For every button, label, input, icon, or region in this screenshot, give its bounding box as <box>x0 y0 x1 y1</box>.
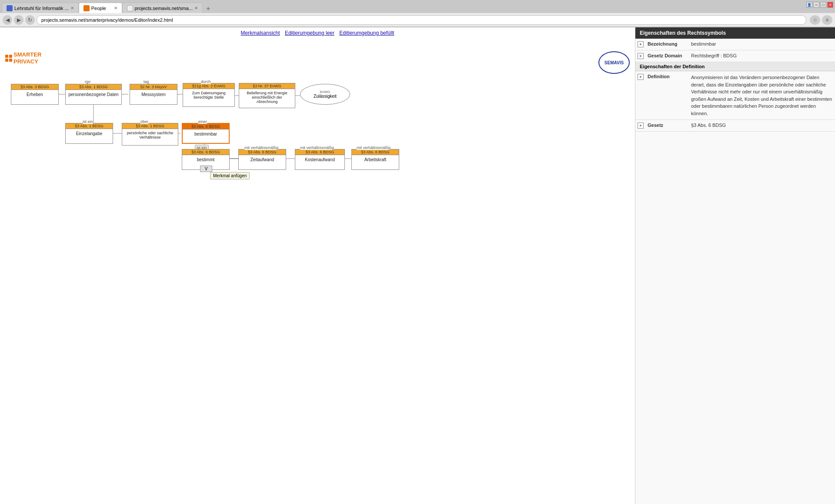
node-header-personenbezog: §3 Abs. 1 BDSG <box>66 84 121 90</box>
panel-header-rechtssymbol: Eigenschaften des Rechtssymbols <box>635 27 835 39</box>
close-button[interactable]: ✕ <box>827 2 833 8</box>
node-body-verhaeltnisse: persönliche oder sachliche Verhältnisse <box>122 129 178 141</box>
tab-favicon-1 <box>7 5 13 11</box>
node-verhaeltnisse[interactable]: §3 Abs. 1 BDSG persönliche oder sachlich… <box>122 123 178 146</box>
edge-label-mitVerh2: mit verhältnismäßig <box>300 146 334 150</box>
back-button[interactable]: ◀ <box>3 15 12 25</box>
minimize-button[interactable]: ─ <box>813 2 819 8</box>
panel-value-gesetzdomain: Rechtsbegriff : BDSG <box>689 52 835 59</box>
tab-lehrstuhl[interactable]: Lehrstuhl für Informatik ... ✕ <box>2 3 79 13</box>
node-body-arbeitskraft: Arbeitskraft <box>352 155 399 164</box>
node-einzelangabe[interactable]: §3 Abs. 1 BDSG Einzelangabe <box>65 123 113 144</box>
main-content: Merkmalsansicht Editierumgebung leer Edi… <box>0 27 835 504</box>
new-tab-button[interactable]: + <box>203 4 214 13</box>
merkmal-tooltip[interactable]: Merkmal anfügen <box>210 172 250 179</box>
node-body-datenumgang: Zum Datenumgang berechtigte Stelle <box>183 89 234 101</box>
tab-label-3: projects.semavis.net/sma... <box>135 6 193 11</box>
panel-section-definition: Eigenschaften der Definition × Definitio… <box>635 62 835 132</box>
edge-label-ueber: über <box>140 119 148 124</box>
window-controls: 👤 ─ □ ✕ <box>806 2 833 8</box>
node-header-erheben: §3 Abs. 3 BDSG <box>11 84 58 90</box>
panel-value-bezeichnung: bestimmbar <box>689 40 835 47</box>
canvas-area[interactable]: Merkmalsansicht Editierumgebung leer Edi… <box>0 27 635 504</box>
node-body-kostenaufwand: Kostenaufwand <box>295 155 344 164</box>
node-header-bestimmt: §3 Abs. 6 BDSG <box>182 149 229 155</box>
node-messsystem[interactable]: §2 Nr. 3 MsysV Messsystem <box>130 84 177 105</box>
panel-label-gesetzdomain: Gesetz Domain <box>646 52 689 59</box>
panel-value-gesetz: §3 Abs. 6 BDSG <box>689 122 835 129</box>
browser-actions: ☆ ≡ <box>810 15 832 25</box>
edge-label-durch: durch <box>201 80 211 84</box>
edge-label-rgo: rgo <box>85 80 90 84</box>
node-kostenaufwand[interactable]: §3 Abs. 6 BDSG Kostenaufwand <box>295 149 345 170</box>
node-body-bestimmbar: bestimmbar <box>183 129 229 138</box>
edge-label-mitVerh3: mit verhältnismäßig <box>357 146 391 150</box>
logo-left: SMARTER PRIVACY <box>5 51 41 65</box>
node-header-zeitaufwand: §3 Abs. 6 BDSG <box>239 149 286 155</box>
panel-value-definition: Anonymisieren ist das Verändern personen… <box>689 73 835 118</box>
reload-button[interactable]: ↻ <box>25 15 35 25</box>
node-header-bestimmbar: §3 Abs. 6 BDSG <box>183 124 229 129</box>
node-header-arbeitskraft: §3 Abs. 6 BDSG <box>352 149 399 155</box>
expand-icon-gesetz[interactable]: × <box>635 122 646 129</box>
url-input[interactable] <box>37 15 806 25</box>
tab-people[interactable]: People ✕ <box>79 3 122 13</box>
node-zeitaufwand[interactable]: §3 Abs. 6 BDSG Zeitaufwand <box>238 149 286 170</box>
panel-label-bezeichnung: Bezeichnung <box>646 40 689 47</box>
node-body-bestimmt: bestimmt <box>182 155 229 164</box>
star-button[interactable]: ☆ <box>810 15 820 25</box>
logo-privacy: PRIVACY <box>13 58 41 65</box>
tab-label-2: People <box>91 6 112 11</box>
address-bar: ◀ ▶ ↻ ☆ ≡ <box>0 13 835 27</box>
profile-icon[interactable]: 👤 <box>806 2 812 8</box>
node-arbeitskraft[interactable]: §3 Abs. 6 BDSG Arbeitskraft <box>351 149 399 170</box>
node-header-messsystem: §2 Nr. 3 MsysV <box>130 84 177 90</box>
tab-label-1: Lehrstuhl für Informatik ... <box>14 6 69 11</box>
node-datenumgang[interactable]: §21g Abs. 2 EnWG Zum Datenumgang berecht… <box>183 83 235 107</box>
node-body-erheben: Erheben <box>11 90 58 99</box>
logo-semavis: SEMAVIS <box>598 51 630 74</box>
edge-label-istEin1: ist ein <box>83 119 93 124</box>
nav-editierumgebung-leer[interactable]: Editierumgebung leer <box>285 30 334 36</box>
node-belieferung[interactable]: §3 Nr. 37 EnWG Belieferung mit Energie e… <box>239 83 295 108</box>
panel-row-definition: × Definition Anonymisieren ist das Verän… <box>635 71 835 120</box>
logo-smarter: SMARTER <box>13 51 41 58</box>
expand-icon-gesetzdomain[interactable]: × <box>635 52 646 60</box>
node-header-einzelangabe: §3 Abs. 1 BDSG <box>66 123 113 129</box>
tab-close-3[interactable]: ✕ <box>194 6 198 10</box>
panel-subheader-definition: Eigenschaften der Definition <box>635 62 835 71</box>
node-body-belieferung: Belieferung mit Energie einschließlich d… <box>239 89 295 106</box>
right-panel: Eigenschaften des Rechtssymbols × Bezeic… <box>635 27 835 504</box>
node-zulaessigkeit[interactable]: EnWG Zulässigkeit <box>300 84 350 105</box>
node-body-personenbezog: personenbezogene Daten <box>66 90 121 99</box>
top-nav: Merkmalsansicht Editierumgebung leer Edi… <box>0 27 635 39</box>
panel-row-bezeichnung: × Bezeichnung bestimmbar <box>635 39 835 50</box>
nav-editierumgebung-befuellt[interactable]: Editierumgebung befüllt <box>339 30 394 36</box>
panel-section-rechtssymbol: Eigenschaften des Rechtssymbols × Bezeic… <box>635 27 835 62</box>
node-personenbezog[interactable]: §3 Abs. 1 BDSG personenbezogene Daten <box>65 84 122 105</box>
edge-label-einer: einer <box>198 119 207 124</box>
panel-label-definition: Definition <box>646 73 689 80</box>
browser-chrome: Lehrstuhl für Informatik ... ✕ People ✕ … <box>0 0 835 27</box>
maximize-button[interactable]: □ <box>820 2 826 8</box>
node-bestimmbar[interactable]: §3 Abs. 6 BDSG bestimmbar <box>182 123 230 144</box>
menu-button[interactable]: ≡ <box>822 15 832 25</box>
panel-row-gesetzdomain: × Gesetz Domain Rechtsbegriff : BDSG <box>635 50 835 62</box>
tab-close-2[interactable]: ✕ <box>114 6 117 10</box>
nav-merkmalsansicht[interactable]: Merkmalsansicht <box>241 30 280 36</box>
node-oval-header: EnWG <box>320 90 331 94</box>
v-button[interactable]: V <box>200 166 212 172</box>
expand-icon-bezeichnung[interactable]: × <box>635 40 646 48</box>
edge-label-tag: tag <box>144 80 149 84</box>
tab-semavis[interactable]: projects.semavis.net/sma... ✕ <box>122 3 203 13</box>
tab-favicon-2 <box>84 5 90 11</box>
node-erheben[interactable]: §3 Abs. 3 BDSG Erheben <box>11 84 59 105</box>
edge-label-mitVerh1: mit verhältnismäßig <box>244 146 278 150</box>
node-header-verhaeltnisse: §3 Abs. 1 BDSG <box>122 123 178 129</box>
node-oval-body: Zulässigkeit <box>314 94 337 99</box>
forward-button[interactable]: ▶ <box>14 15 23 25</box>
tab-close-1[interactable]: ✕ <box>70 6 74 10</box>
node-header-datenumgang: §21g Abs. 2 EnWG <box>183 83 234 89</box>
expand-icon-definition[interactable]: × <box>635 73 646 81</box>
node-body-zeitaufwand: Zeitaufwand <box>239 155 286 164</box>
